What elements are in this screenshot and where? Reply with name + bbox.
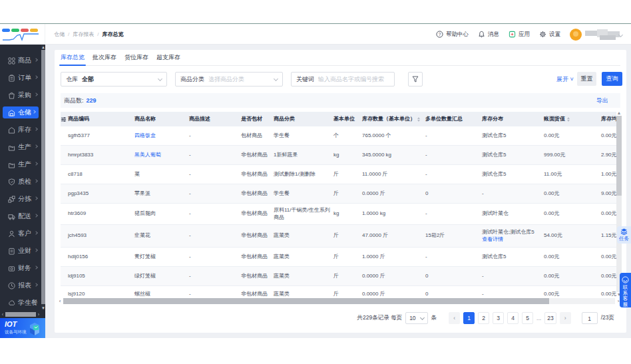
apps-button[interactable]: 应用 [509,31,530,39]
sidebar-item-分拣[interactable]: 分拣 [0,190,41,208]
cell-qty: 11.0000 斤 [362,165,422,184]
sidebar-item-订单[interactable]: 订单 [0,69,41,87]
sidebar-item-学生餐[interactable]: 学生餐 [0,294,41,311]
page-jump-input[interactable]: 1 [582,312,598,324]
sidebar-item-仓储[interactable]: 仓储 [3,106,39,118]
sidebar-item-质检[interactable]: 质检 [0,173,41,190]
category-select[interactable]: 商品分类 选择商品分类 [175,72,283,87]
warehouse-icon [8,109,15,116]
cell-unit: kg [333,146,359,164]
sidebar-item-商品[interactable]: 商品 [0,52,41,69]
sidebar-item-库存[interactable]: 库存 [0,121,41,138]
keyword-input[interactable]: 关键词 输入商品名字或编号搜索 [291,72,395,87]
sidebar-item-客户[interactable]: 客户 [0,225,41,242]
settings-button[interactable]: 设置 [539,31,560,39]
page-size-select[interactable]: 10 [405,312,427,324]
messages-button[interactable]: 消息 [478,31,499,39]
column-header-cat: 商品分类 [274,112,330,126]
sidebar-item-配送[interactable]: 配送 [0,208,41,225]
tab-批次库存[interactable]: 批次库存 [93,50,116,66]
cell-qty: 1.0000 kg [362,204,422,224]
breadcrumb-current: 库存总览 [102,31,123,38]
page-button-5[interactable]: 5 [522,312,533,324]
page-button-4[interactable]: 4 [507,312,519,324]
search-button[interactable]: 查询 [602,72,622,86]
page-button-3[interactable]: 3 [493,312,504,324]
report-icon [8,282,15,289]
sort-icon[interactable] [567,117,570,122]
cell-name[interactable]: 黑美人葡萄 [134,146,186,164]
funnel-icon [412,76,419,83]
breadcrumb-item[interactable]: 库存报表 [73,31,94,38]
sidebar-item-生产[interactable]: 生产 [0,156,41,173]
prev-page-button[interactable]: ‹ [449,312,460,324]
warehouse-select[interactable]: 仓库 全部 [61,72,167,87]
cell-qty: 47.0000 斤 [362,225,422,247]
column-config-icon[interactable] [61,116,67,122]
cell-dist: - [482,184,540,203]
sidebar-item-生产[interactable]: 生产 [0,138,41,156]
chevron-right-icon [34,214,38,218]
tab-货位库存[interactable]: 货位库存 [124,50,148,66]
view-detail-link[interactable]: 查看详情 [482,236,503,242]
table-horizontal-scrollbar[interactable]: ‹ › [57,297,622,304]
cell-multi: - [425,248,479,266]
advanced-filter-button[interactable] [408,72,423,87]
cell-cat: 蔬菜类 [274,286,330,297]
cell-code: hdlj0156 [68,248,131,266]
cell-name[interactable]: 四格饭盒 [134,126,186,145]
cell-multi: - [425,204,479,224]
table-row: sgfh5377四格饭盒-包材商品学生餐个765.0000 个-测试仓库50.0… [61,126,620,146]
page-button-2[interactable]: 2 [478,312,489,324]
cell-code: htr3609 [68,204,131,224]
help-center-button[interactable]: ? 帮助中心 [436,31,469,39]
column-header-name: 商品名称 [134,112,186,126]
page-button-23[interactable]: 23 [544,312,556,324]
column-header-qty[interactable]: 库存数量（基本单位） [362,112,422,126]
chevron-right-icon [34,162,38,166]
table-vertical-scrollbar[interactable]: ▲ ▼ [616,110,622,297]
table-row: jch4593韭菜花-非包材商品蔬菜类斤47.0000 斤15箱2斤测试叶菜仓;… [61,225,620,248]
chevron-down-icon [619,33,623,37]
sort-icon[interactable] [417,117,420,122]
support-widget[interactable]: 联系客服 [620,273,631,307]
cell-multi: 0 [425,286,479,297]
sidebar-item-业财[interactable]: 业财 [0,242,41,260]
cell-name: 猪后腿肉 [134,204,186,224]
column-header-unit: 基本单位 [333,112,359,126]
user-menu[interactable] [570,29,623,41]
cell-multi: 15箱2斤 [425,225,479,247]
column-header-code: 商品编码 [68,112,131,126]
column-header-value[interactable]: 账面货值 [544,112,598,126]
cell-unit: 斤 [333,225,359,247]
sidebar-hscrollbar[interactable]: ‹› [0,311,41,317]
cell-dist: 测试仓库5 [482,146,540,164]
app-logo[interactable] [0,24,45,45]
cell-value: 54.00元 [544,225,598,247]
cell-pack: 非包材商品 [241,204,270,224]
reset-button[interactable]: 重置 [577,72,596,86]
cell-desc: - [189,204,237,224]
inventory-icon [8,126,15,134]
page-button-1[interactable]: 1 [463,312,475,324]
iot-banner[interactable]: IOT 设备与环境 [0,318,45,338]
pagination-total: 共229条记录 每页 [357,314,403,322]
cell-multi: 0 [425,184,479,203]
factory-icon [8,161,15,168]
sidebar-item-报表[interactable]: 报表 [0,277,41,294]
tasks-widget[interactable]: 任务 [617,226,631,244]
next-page-button[interactable]: › [560,312,571,324]
sidebar-item-采购[interactable]: 采购 [0,87,41,104]
cell-multi: 0 [425,267,479,285]
sidebar-item-财务[interactable]: 财务 [0,260,41,277]
tab-库存总览[interactable]: 库存总览 [61,50,85,66]
chevron-down-icon [158,77,162,81]
expand-filters-link[interactable]: 展开 ˅ [556,75,574,84]
cell-code: pgp3435 [68,184,131,203]
breadcrumb-item[interactable]: 仓储 [54,31,65,38]
cell-value: 999.00元 [544,146,598,164]
cell-desc: - [189,225,237,247]
sidebar: 商品订单采购仓储库存生产生产质检分拣配送客户业财财务报表学生餐 ▲ ▼ ‹› I… [0,45,45,338]
export-link[interactable]: 导出 [596,96,608,105]
tab-超支库存[interactable]: 超支库存 [156,50,180,66]
